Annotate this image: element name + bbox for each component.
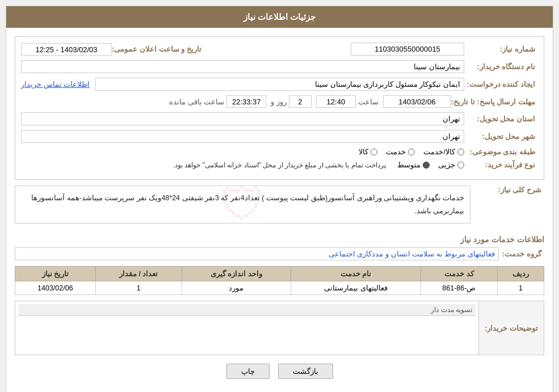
row-mohlat: مهلت ارسال پاسخ: تا تاریخ: 1403/02/06 سا… (21, 95, 538, 108)
cell-vahed: مورد (182, 281, 291, 295)
jozii-label: جزیی (438, 161, 455, 169)
row-sharh: شرح کلی نیاز: 🛡 خدمات نگهداری وپشتیبانی … (15, 186, 544, 229)
note-text: پرداخت تمام یا بخشی از مبلغ خریدار از مح… (173, 161, 386, 169)
radio-kala-circle (371, 149, 377, 155)
nam-dastgah-value: بیمارستان سینا (21, 60, 464, 73)
radio-jozii-circle (457, 162, 464, 168)
ijad-konande-value: ایمان نیکوکار مسئول کاربردازی بیمارستان … (95, 78, 464, 91)
col-kod: کد خدمت (421, 267, 497, 281)
desc-content: تسویه مدت دار (15, 301, 478, 355)
khadamat-label: خدمت (386, 147, 406, 156)
col-vahed: واحد اندازه گیری (182, 267, 291, 281)
ijad-konande-label: ایجاد کننده درخواست: (464, 80, 538, 88)
grouh-khadamat-value: فعالیتهای مربوط به سلامت انسان و مددکاری… (15, 247, 499, 260)
row-tabe-bandi: طبقه بندی موضوعی: کالا/خدمت خدمت کالا (21, 147, 538, 156)
radio-kala[interactable]: کالا (359, 147, 377, 156)
desc-header: توضیحات خریدار: تسویه مدت دار (15, 301, 544, 355)
ostan-value: تهران (21, 112, 464, 125)
row-noue-farayand: نوع فرآیند خرید: جزیی متوسط پرداخت تمام … (21, 161, 538, 169)
mohlat-saat-label: ساعت (358, 98, 379, 106)
tarikh-elan-label: تاریخ و ساعت اعلان عمومی: (112, 45, 204, 53)
content-area: شماره نیاز: 1103030550000015 تاریخ و ساع… (6, 28, 553, 392)
ostan-label: استان محل تحویل: (464, 115, 538, 123)
col-tedad: تعداد / مقدار (95, 267, 182, 281)
page-title: جزئیات اطلاعات نیاز (243, 12, 316, 22)
sharh-label: شرح کلی نیاز: (470, 186, 544, 194)
shomara-niaz-label: شماره نیاز: (464, 45, 538, 53)
tabe-bandi-label: طبقه بندی موضوعی: (464, 147, 538, 156)
watermark: 🛡 (220, 186, 266, 224)
radio-motavasset-circle (423, 162, 430, 168)
noue-row: جزیی متوسط پرداخت تمام یا بخشی از مبلغ خ… (173, 161, 464, 169)
row-nam-dastgah: نام دستگاه خریدار: بیمارستان سینا (21, 60, 538, 73)
etelaat-khadamat-title: اطلاعات خدمات مورد نیاز (15, 235, 544, 244)
row-ijad-konande: ایجاد کننده درخواست: ایمان نیکوکار مسئول… (21, 78, 538, 91)
tasvieh-label: تسویه مدت دار (431, 306, 472, 314)
mohlat-remain-value: 22:33:37 (226, 95, 266, 108)
row-shomara-tarikh: شماره نیاز: 1103030550000015 تاریخ و ساع… (21, 43, 538, 56)
bazgasht-button[interactable]: بازگشت (278, 364, 333, 379)
radio-kala-khadamat-circle (457, 149, 464, 155)
tozihat-textarea[interactable] (18, 316, 476, 350)
etelaat-tamas-link[interactable]: اطلاعات تماس خریدار (21, 80, 90, 88)
mohlat-saat-value: 12:40 (316, 95, 356, 108)
cell-tarikh: 1403/02/06 (15, 281, 96, 295)
noue-motavasset[interactable]: متوسط (397, 161, 430, 169)
shahr-value: تهران (21, 130, 464, 143)
cell-kod_khadamat: ص-86-861 (421, 281, 497, 295)
row-ostan: استان محل تحویل: تهران (21, 112, 538, 125)
cell-radif: 1 (498, 281, 544, 295)
sharh-value: خدمات نگهداری وپشتیبانی وراهبری آسانسور(… (31, 194, 464, 215)
noue-farayand-label: نوع فرآیند خرید: (464, 161, 538, 169)
shahr-label: شهر محل تحویل: (464, 132, 538, 141)
shomara-niaz-value: 1103030550000015 (351, 43, 464, 56)
mohlat-label: مهلت ارسال پاسخ: تا تاریخ: (451, 98, 538, 106)
cell-nam_khadamat: فعالیتهای بیمارستانی (291, 281, 421, 295)
tasvieh-bar: تسویه مدت دار (18, 304, 476, 316)
motavasset-label: متوسط (397, 161, 421, 169)
mohlat-roz-label: روز و (271, 98, 287, 106)
col-radif: ردیف (498, 267, 544, 281)
page-container: جزئیات اطلاعات نیاز شماره نیاز: 11030305… (6, 6, 553, 392)
table-row: 1ص-86-861فعالیتهای بیمارستانیمورد11403/0… (15, 281, 544, 295)
top-info-section: شماره نیاز: 1103030550000015 تاریخ و ساع… (15, 36, 544, 180)
mohlat-roz-value: 2 (289, 95, 312, 108)
col-tarikh: تاریخ نیاز (15, 267, 96, 281)
buttons-row: بازگشت چاپ (15, 364, 544, 379)
table-header-row: ردیف کد خدمت نام خدمت واحد اندازه گیری ت… (15, 267, 544, 281)
radio-khadamat-circle (408, 149, 415, 155)
sharh-box: 🛡 خدمات نگهداری وپشتیبانی وراهبری آسانسو… (15, 186, 470, 224)
nam-dastgah-label: نام دستگاه خریدار: (464, 62, 538, 71)
row-shahr: شهر محل تحویل: تهران (21, 130, 538, 143)
radio-kala-khadamat[interactable]: کالا/خدمت (423, 147, 464, 156)
mohlat-date: 1403/02/06 (383, 95, 451, 108)
page-header: جزئیات اطلاعات نیاز (6, 6, 553, 28)
radio-khadamat[interactable]: خدمت (386, 147, 415, 156)
description-box: توضیحات خریدار: تسویه مدت دار (15, 301, 544, 355)
table-body: 1ص-86-861فعالیتهای بیمارستانیمورد11403/0… (15, 281, 544, 295)
kala-khadamat-label: کالا/خدمت (423, 147, 455, 156)
cell-tedad: 1 (95, 281, 182, 295)
tabe-bandi-radio-group: کالا/خدمت خدمت کالا (359, 147, 464, 156)
noue-jozii[interactable]: جزیی (438, 161, 464, 169)
tarikh-elan-value: 1403/02/03 - 12:25 (21, 43, 112, 56)
tozihat-label: توضیحات خریدار: (478, 301, 544, 355)
chap-button[interactable]: چاپ (226, 364, 270, 379)
kala-label: کالا (359, 147, 368, 156)
services-table: ردیف کد خدمت نام خدمت واحد اندازه گیری ت… (15, 266, 544, 295)
grouh-khadamat-label: گروه خدمت: (499, 250, 544, 258)
mohlat-remain-label: ساعت باقی مانده (169, 98, 224, 106)
grouh-khadamat-row: گروه خدمت: فعالیتهای مربوط به سلامت انسا… (15, 247, 544, 260)
col-nam: نام خدمت (291, 267, 421, 281)
